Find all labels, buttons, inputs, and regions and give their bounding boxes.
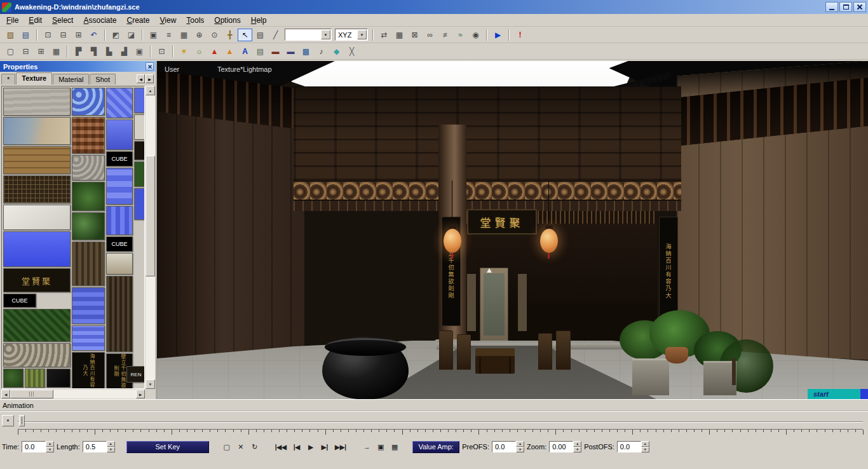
- layer-list-icon[interactable]: ≡: [161, 29, 176, 41]
- run-scene-icon[interactable]: !: [513, 29, 527, 41]
- texture-cube-1[interactable]: CUBE: [3, 294, 36, 308]
- texture-blue-pattern-3[interactable]: [106, 168, 133, 205]
- camera-view-icon[interactable]: ◉: [468, 29, 483, 41]
- scroll-left-icon[interactable]: ◀: [1, 390, 10, 398]
- zoom-extents-icon[interactable]: ⊙: [207, 29, 222, 41]
- paste-keys-icon[interactable]: ▦: [388, 440, 401, 453]
- array-icon[interactable]: ▦: [392, 29, 407, 41]
- texture-cube-3[interactable]: CUBE: [106, 236, 133, 252]
- go-first-button[interactable]: |◀◀: [273, 440, 289, 453]
- gem-icon[interactable]: ◆: [329, 45, 344, 58]
- menu-create[interactable]: Create: [121, 15, 154, 26]
- layout-single-icon[interactable]: ▢: [3, 45, 18, 58]
- texture-blue-flat[interactable]: [3, 231, 71, 267]
- line-tool-icon[interactable]: ╱: [268, 29, 283, 41]
- zoom-icon[interactable]: ⊕: [192, 29, 207, 41]
- animation-track-dropdown[interactable]: ▼: [2, 415, 14, 426]
- start-button[interactable]: start: [808, 389, 868, 399]
- chevron-down-icon[interactable]: ▼: [321, 30, 330, 39]
- menu-associate[interactable]: Associate: [78, 15, 121, 26]
- texture-blue-pattern-2[interactable]: [106, 119, 133, 150]
- texture-dark-small[interactable]: [134, 141, 145, 160]
- scroll-up-icon[interactable]: ▲: [146, 86, 155, 95]
- copy-view-icon[interactable]: ▣: [146, 29, 161, 41]
- postofs-down-button[interactable]: ▼: [641, 447, 649, 452]
- spark-icon[interactable]: ▲: [222, 45, 237, 58]
- menu-select[interactable]: Select: [47, 15, 78, 26]
- maximize-button[interactable]: [839, 2, 852, 12]
- layout-three-icon[interactable]: ⊞: [34, 45, 48, 58]
- text-tool-icon[interactable]: A: [238, 45, 252, 58]
- tab-texture[interactable]: Texture: [16, 72, 52, 85]
- texture-blue-small-2[interactable]: [134, 188, 145, 220]
- lightmap-grid-icon[interactable]: ▩: [299, 45, 313, 58]
- texture-blue-script-1[interactable]: [72, 287, 105, 324]
- preofs-down-button[interactable]: ▼: [516, 447, 524, 452]
- unlink-icon[interactable]: ≠: [438, 29, 452, 41]
- lightmap-editor-icon[interactable]: ◪: [124, 29, 139, 41]
- sunlight-icon[interactable]: ☀: [177, 45, 191, 58]
- frame-bottom-left-icon[interactable]: ▙: [102, 45, 116, 58]
- link-icon[interactable]: ∞: [423, 29, 437, 41]
- timeline-ruler[interactable]: [18, 429, 863, 435]
- texture-hedge[interactable]: [3, 309, 71, 342]
- wrench-icon[interactable]: ╳: [344, 45, 359, 58]
- layout-four-icon[interactable]: ▦: [49, 45, 64, 58]
- texture-scroll-art[interactable]: [106, 253, 133, 275]
- texture-lattice-window[interactable]: [3, 175, 71, 203]
- tab-scroll-left-button[interactable]: ◀: [137, 74, 145, 83]
- timeline-track[interactable]: [18, 421, 863, 423]
- time-down-button[interactable]: ▼: [46, 447, 54, 452]
- select-by-name-icon[interactable]: ▤: [253, 29, 268, 41]
- time-up-button[interactable]: ▲: [46, 441, 54, 447]
- texture-dark-slab[interactable]: [46, 369, 71, 388]
- frame-all-icon[interactable]: ▣: [132, 45, 147, 58]
- texture-pebbles[interactable]: [3, 343, 71, 367]
- length-down-button[interactable]: ▼: [107, 447, 115, 452]
- menu-options[interactable]: Options: [209, 15, 245, 26]
- frame-bottom-right-icon[interactable]: ▟: [117, 45, 132, 58]
- texture-couplet-right[interactable]: 海納百川有容乃大: [72, 352, 105, 389]
- export-icon[interactable]: ⊟: [56, 29, 71, 41]
- curve-editor-icon[interactable]: ≈: [453, 29, 468, 41]
- scroll-down-icon[interactable]: ▼: [146, 379, 155, 389]
- material-editor-icon[interactable]: ◩: [109, 29, 123, 41]
- chevron-down-icon[interactable]: ▼: [357, 30, 367, 39]
- texture-grid-vscrollbar[interactable]: ▲ ▼: [146, 86, 155, 389]
- close-button[interactable]: [853, 2, 866, 12]
- postofs-up-button[interactable]: ▲: [641, 441, 649, 447]
- play-animation-icon[interactable]: ▶: [491, 29, 505, 41]
- properties-header[interactable]: Properties: [0, 61, 156, 72]
- new-key-icon[interactable]: ▢: [220, 440, 233, 453]
- key-mode-icon[interactable]: ↻: [248, 440, 261, 453]
- length-value[interactable]: 0.5: [83, 441, 107, 452]
- menu-help[interactable]: Help: [246, 15, 272, 26]
- axis-constraint-combo[interactable]: XYZ▼: [335, 29, 368, 41]
- layout-two-icon[interactable]: ⊟: [18, 45, 33, 58]
- texture-moss[interactable]: [3, 369, 24, 388]
- frame-top-left-icon[interactable]: ▛: [71, 45, 86, 58]
- sound-icon[interactable]: ♪: [314, 45, 329, 58]
- texture-basket-weave[interactable]: [72, 117, 105, 154]
- texture-shrubs[interactable]: [72, 182, 105, 211]
- postofs-value[interactable]: 0.0: [617, 441, 641, 452]
- texture-plaster[interactable]: [3, 205, 71, 230]
- import-icon[interactable]: ⊡: [41, 29, 55, 41]
- texture-trees[interactable]: [72, 212, 105, 240]
- menu-view[interactable]: View: [155, 15, 182, 26]
- tab-material[interactable]: Material: [53, 74, 89, 85]
- timeline-slider-handle[interactable]: [19, 415, 25, 426]
- open-scene-icon[interactable]: ▨: [3, 29, 18, 41]
- delete-key-icon[interactable]: ✕: [234, 440, 247, 453]
- properties-close-button[interactable]: [146, 62, 154, 71]
- merge-icon[interactable]: ⊞: [71, 29, 86, 41]
- set-key-button[interactable]: Set Key: [126, 441, 209, 453]
- save-scene-icon[interactable]: ▤: [18, 29, 33, 41]
- vehicle-a-icon[interactable]: ▬: [268, 45, 283, 58]
- hscroll-thumb[interactable]: [10, 390, 53, 398]
- tab-scroll-right-button[interactable]: ▶: [146, 74, 154, 83]
- value-amp-button[interactable]: Value Amp:: [412, 441, 459, 453]
- selection-filter-combo[interactable]: ▼: [285, 29, 332, 41]
- mirror-icon[interactable]: ⇄: [377, 29, 391, 41]
- texture-blue-pattern-1[interactable]: [106, 88, 133, 118]
